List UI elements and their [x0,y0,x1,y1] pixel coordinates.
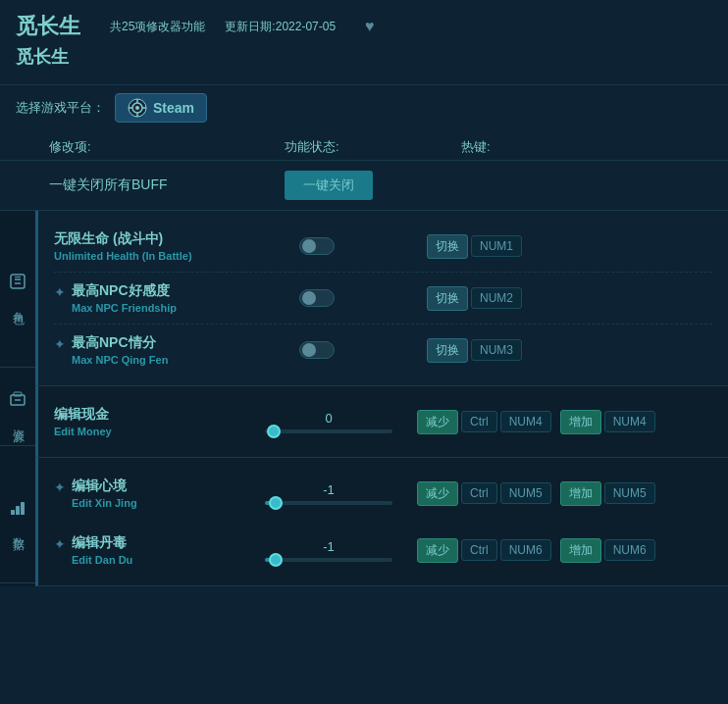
num-reduce-1: NUM4 [500,411,551,432]
data-add-btn-1[interactable]: 增加 [560,481,601,506]
section-resources: 编辑现金 Edit Money 0 减少 Ctrl [35,386,728,458]
svg-rect-16 [21,502,25,515]
steam-label: Steam [153,100,194,116]
header-title: 觅长生 [16,12,80,41]
cheat-en-2: Max NPC Friendship [72,302,177,314]
resource-cn-1: 编辑现金 [54,406,112,424]
section-data: ✦ 编辑心境 Edit Xin Jing -1 [35,458,728,586]
svg-point-2 [135,106,139,110]
header-date: 更新日期:2022-07-05 [225,19,336,35]
resource-slider-track-1[interactable] [265,429,392,433]
svg-rect-15 [16,506,20,515]
toggle-switch-3[interactable] [299,341,335,359]
sidebar-data-label: 数据 [10,528,26,531]
data-num-reduce-2: NUM6 [500,539,551,561]
toggle-switch-2[interactable] [299,289,335,307]
steam-icon [128,98,147,118]
cheat-cn-3: 最高NPC情分 [72,334,168,352]
col-status: 功能状态: [285,138,461,156]
sidebar-section-character[interactable]: 角色 [0,211,35,368]
header-subtitle: 觅长生 [16,45,712,69]
data-value-1: -1 [323,482,335,497]
sidebar-section-data[interactable]: 数据 [0,446,35,583]
data-reduce-btn-1[interactable]: 减少 [417,481,458,506]
one-key-row: 一键关闭所有BUFF 一键关闭 [0,161,728,211]
hotkey-group-2: 切换 NUM2 [427,286,712,311]
hotkey-switch-btn-3[interactable]: 切换 [427,338,468,363]
data-reduce-btn-2[interactable]: 减少 [417,538,458,563]
resource-hotkey-group-1: 减少 Ctrl NUM4 增加 NUM4 [417,410,712,434]
data-num-reduce-1: NUM5 [500,482,551,504]
cheat-cn-1: 无限生命 (战斗中) [54,230,192,248]
resource-en-1: Edit Money [54,426,112,437]
star-icon-data-2: ✦ [54,536,66,552]
ctrl-label-1: Ctrl [461,411,497,432]
data-slider-thumb-1[interactable] [269,496,283,510]
data-num-add-2: NUM6 [604,539,655,561]
data-cn-1: 编辑心境 [72,478,137,495]
data-icon [9,498,26,520]
cheat-name-wrapper-3: ✦ 最高NPC情分 Max NPC Qing Fen [54,334,289,366]
svg-rect-14 [11,510,15,515]
table-row: ✦ 最高NPC情分 Max NPC Qing Fen 切换 NUM3 [54,325,712,376]
hotkey-key-3: NUM3 [471,339,522,361]
sidebar-character-label: 角色 [10,302,26,306]
cheat-cn-2: 最高NPC好感度 [72,282,177,300]
hotkey-key-2: NUM2 [471,287,522,309]
hotkey-group-3: 切换 NUM3 [427,338,712,363]
sidebar: 角色 资源 数据 [0,211,35,586]
table-row: 无限生命 (战斗中) Unlimited Health (In Battle) … [54,221,712,273]
data-slider-track-2[interactable] [265,558,392,562]
one-key-label: 一键关闭所有BUFF [49,176,285,194]
data-slider-track-1[interactable] [265,501,392,505]
sidebar-section-resources[interactable]: 资源 [0,368,35,446]
header-meta: 共25项修改器功能 [110,19,205,35]
column-headers: 修改项: 功能状态: 热键: [0,130,728,161]
star-icon-data-1: ✦ [54,479,66,495]
reduce-btn-1[interactable]: 减少 [417,410,458,434]
steam-button[interactable]: Steam [115,93,207,123]
resource-value-1: 0 [325,411,332,426]
data-row-1: ✦ 编辑心境 Edit Xin Jing -1 [54,468,712,519]
col-hotkey: 热键: [461,138,712,156]
data-ctrl-1: Ctrl [461,482,497,504]
col-modifier: 修改项: [49,138,285,156]
star-icon-3: ✦ [54,336,66,352]
data-value-2: -1 [323,539,335,554]
header: 觅长生 共25项修改器功能 更新日期:2022-07-05 ♥ 觅长生 [0,0,728,85]
content: 无限生命 (战斗中) Unlimited Health (In Battle) … [35,211,728,586]
favorite-icon[interactable]: ♥ [365,18,375,35]
hotkey-group-1: 切换 NUM1 [427,234,712,259]
platform-label: 选择游戏平台： [16,99,105,117]
resources-icon [9,390,26,412]
hotkey-switch-btn-1[interactable]: 切换 [427,234,468,259]
data-hotkey-group-1: 减少 Ctrl NUM5 增加 NUM5 [417,481,712,506]
one-key-button[interactable]: 一键关闭 [285,171,373,200]
num-add-1: NUM4 [604,411,655,432]
data-row-2: ✦ 编辑丹毒 Edit Dan Du -1 [54,525,712,576]
toggle-switch-1[interactable] [299,237,335,255]
hotkey-key-1: NUM1 [471,235,522,257]
resource-slider-thumb-1[interactable] [267,425,281,438]
table-row: ✦ 最高NPC好感度 Max NPC Friendship 切换 NUM2 [54,273,712,325]
data-add-btn-2[interactable]: 增加 [560,538,601,563]
sidebar-resources-label: 资源 [10,420,26,424]
data-num-add-1: NUM5 [604,482,655,504]
resource-name-wrapper-1: 编辑现金 Edit Money [54,406,250,437]
data-name-wrapper-1: ✦ 编辑心境 Edit Xin Jing [54,478,250,509]
data-hotkey-group-2: 减少 Ctrl NUM6 增加 NUM6 [417,538,712,563]
hotkey-switch-btn-2[interactable]: 切换 [427,286,468,311]
character-icon [9,273,26,294]
cheat-en-1: Unlimited Health (In Battle) [54,250,192,262]
data-en-1: Edit Xin Jing [72,497,137,509]
data-cn-2: 编辑丹毒 [72,534,132,552]
data-slider-thumb-2[interactable] [269,553,283,567]
star-icon-2: ✦ [54,284,66,300]
data-ctrl-2: Ctrl [461,539,497,561]
add-btn-1[interactable]: 增加 [560,410,601,434]
cheat-en-3: Max NPC Qing Fen [72,354,168,366]
data-name-wrapper-2: ✦ 编辑丹毒 Edit Dan Du [54,534,250,566]
cheat-name-wrapper-1: 无限生命 (战斗中) Unlimited Health (In Battle) [54,230,289,262]
cheat-name-wrapper-2: ✦ 最高NPC好感度 Max NPC Friendship [54,282,289,314]
resource-row-1: 编辑现金 Edit Money 0 减少 Ctrl [54,396,712,447]
